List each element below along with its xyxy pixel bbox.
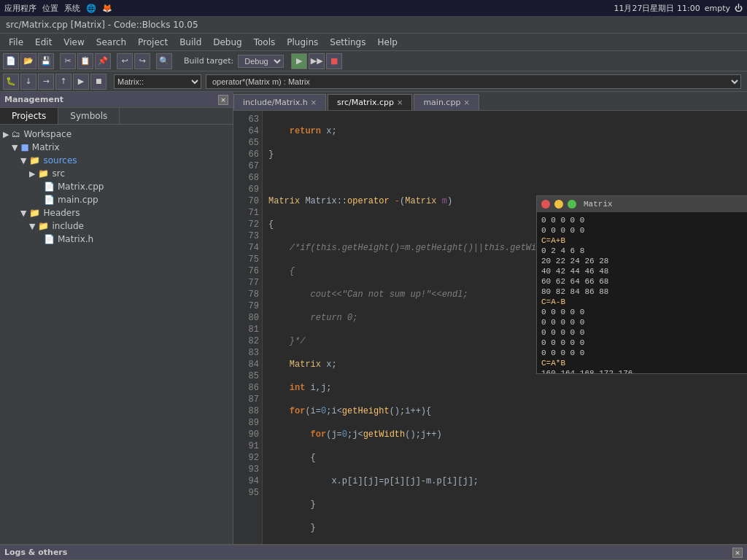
logs-panel: Logs & others × ⚡ Code::Blocks 🔍 Search … <box>0 544 747 560</box>
left-panel: Management × Projects Symbols ▶ 🗂 Worksp… <box>0 92 233 544</box>
matrix-content: 0 0 0 0 0 0 0 0 0 0 C=A+B 0 2 4 6 8 20 2… <box>537 212 747 373</box>
menu-plugins[interactable]: Plugins <box>281 36 324 49</box>
user-label: empty <box>705 4 730 13</box>
paste-btn[interactable]: 📌 <box>95 53 111 69</box>
position-menu[interactable]: 位置 <box>42 3 58 14</box>
toolbar2: 🐛 ↓ → ↑ ▶ ⏹ Matrix:: operator*(Matrix m)… <box>0 71 747 92</box>
build-target-label: Build target: <box>184 56 233 66</box>
tree-workspace[interactable]: ▶ 🗂 Workspace <box>0 128 233 141</box>
menu-bar: File Edit View Search Project Build Debu… <box>0 34 747 51</box>
apps-menu[interactable]: 应用程序 <box>4 3 36 14</box>
logs-title: Logs & others <box>4 548 67 557</box>
tab-close-1[interactable]: × <box>397 98 403 106</box>
continue-btn[interactable]: ▶ <box>73 74 89 90</box>
project-label: Matrix <box>32 142 60 152</box>
tree-include[interactable]: ▼ 📁 include <box>0 219 233 233</box>
tree-main-cpp[interactable]: 📄 main.cpp <box>0 193 233 206</box>
menu-build[interactable]: Build <box>174 36 207 49</box>
step-over-btn[interactable]: → <box>38 74 54 90</box>
headers-folder-icon: 📁 <box>29 208 40 218</box>
open-btn[interactable]: 📂 <box>20 53 36 69</box>
step-out-btn[interactable]: ↑ <box>55 74 71 90</box>
win-max-btn[interactable] <box>568 200 576 209</box>
matrix-h-icon: 📄 <box>44 234 55 244</box>
tree-src-folder[interactable]: ▶ 📁 src <box>0 167 233 180</box>
tree-matrix-h[interactable]: 📄 Matrix.h <box>0 233 233 246</box>
new-btn[interactable]: 📄 <box>3 53 19 69</box>
browser-icon[interactable]: 🌐 <box>86 4 96 13</box>
tree-matrix-project[interactable]: ▼ ■ Matrix <box>0 141 233 154</box>
menu-help[interactable]: Help <box>371 36 403 49</box>
tab-label-2: main.cpp <box>423 98 460 107</box>
management-title: Management <box>4 95 63 104</box>
workspace-label: Workspace <box>23 129 71 139</box>
win-min-btn[interactable] <box>554 200 563 209</box>
debug-btn[interactable]: 🐛 <box>3 74 19 90</box>
class-selector[interactable]: Matrix:: <box>114 74 201 89</box>
code-line-74: int i,j; <box>268 382 741 394</box>
main-cpp-icon: 📄 <box>44 195 55 205</box>
code-line-64: } <box>268 149 741 160</box>
include-folder-icon: 📁 <box>38 221 49 231</box>
tab-symbols[interactable]: Symbols <box>58 108 120 124</box>
copy-btn[interactable]: 📋 <box>77 53 93 69</box>
matrix-terminal-window[interactable]: Matrix 0 0 0 0 0 0 0 0 0 0 C=A+B 0 2 4 6… <box>536 195 747 374</box>
power-icon[interactable]: ⏻ <box>735 4 743 13</box>
menu-search[interactable]: Search <box>90 36 132 49</box>
matrix-cpp-label: Matrix.cpp <box>58 182 104 192</box>
tab-label-1: src/Matrix.cpp <box>337 98 394 107</box>
tab-include-matrix-h[interactable]: include/Matrix.h × <box>233 94 326 110</box>
code-line-77: { <box>268 452 741 464</box>
stop-debug-btn[interactable]: ⏹ <box>90 74 107 90</box>
run-btn[interactable]: ▶▶ <box>309 53 325 69</box>
redo-btn[interactable]: ↪ <box>134 53 150 69</box>
step-btn[interactable]: ↓ <box>20 74 36 90</box>
tab-close-2[interactable]: × <box>463 98 469 106</box>
tree-sources[interactable]: ▼ 📁 sources <box>0 154 233 167</box>
tab-main-cpp[interactable]: main.cpp × <box>414 94 479 110</box>
app-title: src/Matrix.cpp [Matrix] - Code::Blocks 1… <box>6 20 198 30</box>
code-line-75: for(i=0;i<getHeight();i++){ <box>268 405 741 417</box>
menu-file[interactable]: File <box>3 36 29 49</box>
menu-project[interactable]: Project <box>132 36 174 49</box>
tab-src-matrix-cpp[interactable]: src/Matrix.cpp × <box>328 94 412 110</box>
system-menu[interactable]: 系统 <box>64 3 80 14</box>
matrix-cpp-icon: 📄 <box>44 182 55 192</box>
panel-tabs: Projects Symbols <box>0 108 233 125</box>
code-line-80: } <box>268 522 741 534</box>
toolbar: 📄 📂 💾 ✂ 📋 📌 ↩ ↪ 🔍 Build target: Debug ▶ … <box>0 51 747 71</box>
matrix-window-title: Matrix <box>584 200 613 209</box>
title-bar: src/Matrix.cpp [Matrix] - Code::Blocks 1… <box>0 16 747 34</box>
tree-matrix-cpp[interactable]: 📄 Matrix.cpp <box>0 180 233 193</box>
win-close-btn[interactable] <box>541 200 550 209</box>
tree-headers[interactable]: ▼ 📁 Headers <box>0 206 233 219</box>
stop-btn[interactable]: ■ <box>326 53 342 69</box>
matrix-h-label: Matrix.h <box>58 234 93 244</box>
build-btn[interactable]: ▶ <box>291 53 307 69</box>
func-selector[interactable]: operator*(Matrix m) : Matrix <box>206 74 741 89</box>
line-numbers: 63 64 65 66 67 68 69 70 71 72 73 74 75 7… <box>233 111 263 544</box>
system-bar-right: 11月27日星期日 11:00 empty ⏻ <box>614 3 743 14</box>
menu-view[interactable]: View <box>58 36 90 49</box>
editor-tabs: include/Matrix.h × src/Matrix.cpp × main… <box>233 92 747 111</box>
save-btn[interactable]: 💾 <box>38 53 54 69</box>
secondary-icon[interactable]: 🦊 <box>102 4 112 13</box>
cut-btn[interactable]: ✂ <box>60 53 76 69</box>
panel-close-btn[interactable]: × <box>218 95 228 105</box>
workspace-icon: 🗂 <box>12 129 20 139</box>
system-datetime: 11月27日星期日 11:00 <box>614 3 700 14</box>
build-target-select[interactable]: Debug <box>238 55 284 68</box>
undo-btn[interactable]: ↩ <box>117 53 133 69</box>
sources-folder-icon: 📁 <box>29 155 40 166</box>
system-bar-left: 应用程序 位置 系统 🌐 🦊 <box>4 3 112 14</box>
find-btn[interactable]: 🔍 <box>156 53 172 69</box>
menu-tools[interactable]: Tools <box>248 36 282 49</box>
tab-projects[interactable]: Projects <box>0 108 58 124</box>
matrix-titlebar: Matrix <box>537 196 747 212</box>
include-label: include <box>52 221 83 231</box>
menu-settings[interactable]: Settings <box>324 36 371 49</box>
menu-debug[interactable]: Debug <box>207 36 247 49</box>
logs-panel-close[interactable]: × <box>732 548 743 558</box>
menu-edit[interactable]: Edit <box>29 36 58 49</box>
tab-close-0[interactable]: × <box>311 98 317 106</box>
